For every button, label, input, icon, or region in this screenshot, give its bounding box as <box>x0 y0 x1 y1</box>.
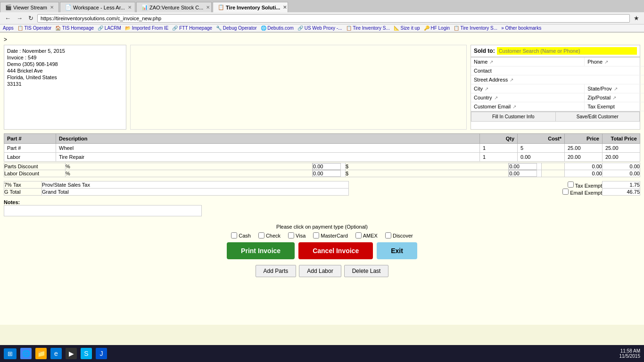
grand-total-value: 46.75 <box>603 189 640 196</box>
bookmark-debutis[interactable]: 🌐 Debutis.com <box>261 25 294 31</box>
grand-total-label: G Total <box>4 189 42 196</box>
logo-area <box>130 45 467 130</box>
extra-buttons: Add Parts Add Labor Delete Last <box>4 265 640 277</box>
tab-zao[interactable]: 📊 ZAO:Venture Stock C...✕ <box>136 2 212 12</box>
payment-types: Cash Check Visa MasterCard AMEX Discover <box>4 232 640 239</box>
zip-input[interactable] <box>616 95 644 100</box>
ldv-pct-input[interactable] <box>313 170 341 177</box>
page-content: > Date : November 5, 2015 Invoice : 549 … <box>0 33 644 325</box>
payment-section: Please click on payment type (Optional) … <box>4 224 640 277</box>
row1-total: 25.00 <box>603 144 640 153</box>
pdv-pct-input[interactable] <box>313 163 341 170</box>
pdv-pct-sym: % <box>66 163 313 170</box>
address-bar[interactable] <box>37 14 630 23</box>
check-checkbox[interactable] <box>258 232 264 239</box>
payment-amex[interactable]: AMEX <box>355 232 378 239</box>
reload-button[interactable]: ↻ <box>26 14 35 23</box>
visa-label: Visa <box>296 233 305 239</box>
zip-label: Zip/Postal <box>587 95 611 100</box>
bookmark-debug[interactable]: 🔧 Debug Operator <box>216 25 257 31</box>
cash-label: Cash <box>239 233 251 239</box>
phone-input[interactable] <box>608 59 644 65</box>
ldv-dollar-input[interactable] <box>509 170 537 177</box>
cancel-invoice-button[interactable]: Cancel Invoice <box>298 242 373 259</box>
add-parts-button[interactable]: Add Parts <box>256 265 297 277</box>
name-input[interactable] <box>493 59 581 65</box>
exit-button[interactable]: Exit <box>377 242 417 259</box>
tax-exempt-checkbox[interactable] <box>568 181 574 188</box>
company-info: Date : November 5, 2015 Invoice : 549 De… <box>4 45 126 130</box>
country-arrow: ↗ <box>494 95 498 100</box>
save-edit-customer-button[interactable]: Save/Edit Customer <box>555 112 640 122</box>
add-labor-button[interactable]: Add Labor <box>299 265 341 277</box>
back-button[interactable]: ← <box>3 14 13 23</box>
bookmark-tis-home[interactable]: 🏠 TIS Homepage <box>55 25 94 31</box>
visa-checkbox[interactable] <box>288 232 294 239</box>
bookmark-lacrm[interactable]: 🔗 LACRM <box>98 25 121 31</box>
sold-to-label: Sold to: <box>474 48 495 54</box>
state-field: State/Prov ↗ <box>585 84 644 93</box>
payment-mastercard[interactable]: MasterCard <box>313 232 347 239</box>
mastercard-checkbox[interactable] <box>313 232 319 239</box>
delete-last-button[interactable]: Delete Last <box>344 265 389 277</box>
cash-checkbox[interactable] <box>231 232 237 239</box>
tax-description: Prov/State Sales Tax <box>42 181 349 189</box>
tab-tire-inventory[interactable]: 📋 Tire Inventory Soluti...✕ <box>213 2 288 12</box>
bookmark-imported[interactable]: 📂 Imported From IE <box>125 25 169 31</box>
browser-chrome: 🎬 Viewer Stream✕ 📄 Workspace - Less Ar..… <box>0 0 644 33</box>
street-input[interactable] <box>513 77 644 82</box>
pdv-dollar-cell <box>509 163 542 170</box>
forward-button[interactable]: → <box>15 14 25 23</box>
bookmark-tis-op[interactable]: 📋 TIS Operator <box>17 25 51 31</box>
pdv-dollar-sym: $ <box>346 163 509 170</box>
payment-check[interactable]: Check <box>258 232 281 239</box>
city-input[interactable] <box>488 86 581 91</box>
pdv-dollar-input[interactable] <box>509 163 537 170</box>
bookmark-size[interactable]: 📐 Size it up <box>394 25 420 31</box>
bookmark-proxy[interactable]: 🔗 US Web Proxy -... <box>297 25 342 31</box>
bookmark-apps[interactable]: Apps <box>3 25 14 31</box>
customer-search-input[interactable] <box>497 47 637 55</box>
amex-checkbox[interactable] <box>355 232 362 239</box>
tab-workspace[interactable]: 📄 Workspace - Less Ar...✕ <box>60 2 135 12</box>
discover-checkbox[interactable] <box>385 232 391 239</box>
pdv-val1: 0.00 <box>565 163 603 170</box>
bookmark-hf[interactable]: 🔑 HF Login <box>424 25 450 31</box>
tax-exempt-checkbox-cell: Tax Exempt <box>350 181 602 189</box>
tax-exempt-input[interactable] <box>615 104 644 109</box>
country-input[interactable] <box>498 95 582 100</box>
invoice-date: Date : November 5, 2015 <box>7 48 123 54</box>
notes-input[interactable] <box>4 205 202 216</box>
tax-row: 7% Tax Prov/State Sales Tax Tax Exempt 1… <box>4 181 640 189</box>
country-label: Country <box>474 95 492 100</box>
ldv-pct-sym: % <box>66 170 313 177</box>
check-label: Check <box>266 233 281 239</box>
customer-section: Sold to: Name ↗ Phone ↗ Contact <box>471 45 640 130</box>
invoice-number: Invoice : 549 <box>7 55 123 60</box>
row2-total: 20.00 <box>603 153 640 162</box>
state-input[interactable] <box>618 86 644 91</box>
state-label: State/Prov <box>587 86 611 91</box>
contact-input[interactable] <box>492 68 644 74</box>
bookmark-tire-inv[interactable]: 📋 Tire Inventory S... <box>346 25 390 31</box>
payment-discover[interactable]: Discover <box>385 232 413 239</box>
bookmark-other[interactable]: » Other bookmarks <box>501 25 541 31</box>
street-label: Street Address <box>474 77 508 82</box>
email-exempt-checkbox[interactable] <box>562 189 569 195</box>
row2-type: Labor <box>4 153 56 162</box>
print-invoice-button[interactable]: Print Invoice <box>227 242 295 259</box>
bookmark-tire2[interactable]: 📋 Tire Inventory S... <box>454 25 497 31</box>
tax-value: 1.75 <box>603 181 640 189</box>
customer-grid: Name ↗ Phone ↗ Contact Street Address ↗ <box>471 57 640 111</box>
fill-in-customer-button[interactable]: Fill In Customer Info <box>471 112 555 122</box>
city-label: City <box>474 86 483 91</box>
payment-cash[interactable]: Cash <box>231 232 251 239</box>
email-exempt-label: Email Exempt <box>570 190 602 196</box>
tab-viewer-stream[interactable]: 🎬 Viewer Stream✕ <box>0 2 59 12</box>
bookmark-ftt[interactable]: 🔗 FTT Homepage <box>172 25 212 31</box>
pdv-spacer <box>542 163 565 170</box>
payment-visa[interactable]: Visa <box>288 232 305 239</box>
phone-label: Phone <box>587 59 603 65</box>
email-input[interactable] <box>516 104 581 109</box>
bookmark-button[interactable]: ★ <box>632 14 641 23</box>
